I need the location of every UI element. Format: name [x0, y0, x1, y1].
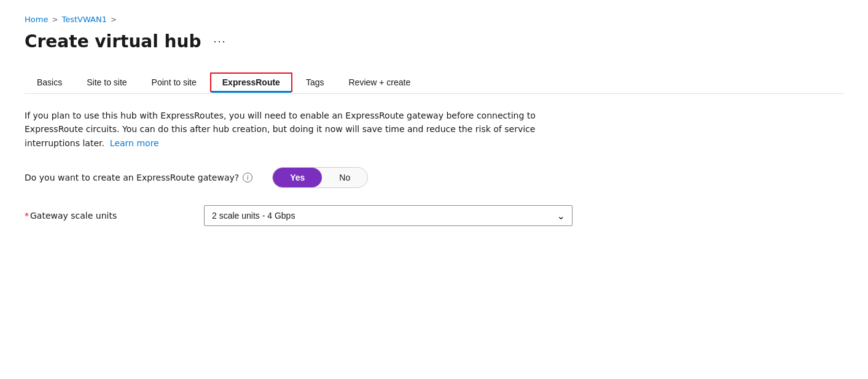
- gateway-scale-select-wrapper: 1 scale unit - 2 Gbps 2 scale units - 4 …: [204, 205, 573, 226]
- description-text: If you plan to use this hub with Express…: [25, 109, 553, 150]
- gateway-scale-label: *Gateway scale units: [25, 211, 184, 221]
- breadcrumb: Home > TestVWAN1 >: [25, 15, 843, 24]
- learn-more-link[interactable]: Learn more: [110, 138, 159, 148]
- required-star: *: [25, 211, 29, 221]
- gateway-question-row: Do you want to create an ExpressRoute ga…: [25, 167, 843, 188]
- gateway-scale-select[interactable]: 1 scale unit - 2 Gbps 2 scale units - 4 …: [204, 205, 573, 226]
- toggle-no[interactable]: No: [322, 168, 367, 187]
- tab-review-create[interactable]: Review + create: [337, 71, 423, 93]
- gateway-info-icon[interactable]: i: [243, 173, 252, 182]
- tab-basics[interactable]: Basics: [25, 71, 74, 93]
- tab-point-to-site[interactable]: Point to site: [139, 71, 209, 93]
- breadcrumb-sep-2: >: [111, 15, 117, 24]
- ellipsis-menu-button[interactable]: ···: [209, 33, 232, 50]
- breadcrumb-home[interactable]: Home: [25, 15, 48, 24]
- tab-site-to-site[interactable]: Site to site: [74, 71, 139, 93]
- page-title: Create virtual hub: [25, 31, 201, 52]
- tabs-navigation: Basics Site to site Point to site Expres…: [25, 71, 843, 94]
- gateway-scale-row: *Gateway scale units 1 scale unit - 2 Gb…: [25, 205, 843, 226]
- tab-tags[interactable]: Tags: [294, 71, 337, 93]
- breadcrumb-sep-1: >: [52, 15, 58, 24]
- tab-expressroute[interactable]: ExpressRoute: [210, 72, 292, 92]
- gateway-question-label: Do you want to create an ExpressRoute ga…: [25, 173, 252, 182]
- toggle-yes[interactable]: Yes: [273, 168, 322, 187]
- gateway-toggle: Yes No: [272, 167, 368, 188]
- breadcrumb-vwan[interactable]: TestVWAN1: [61, 15, 107, 24]
